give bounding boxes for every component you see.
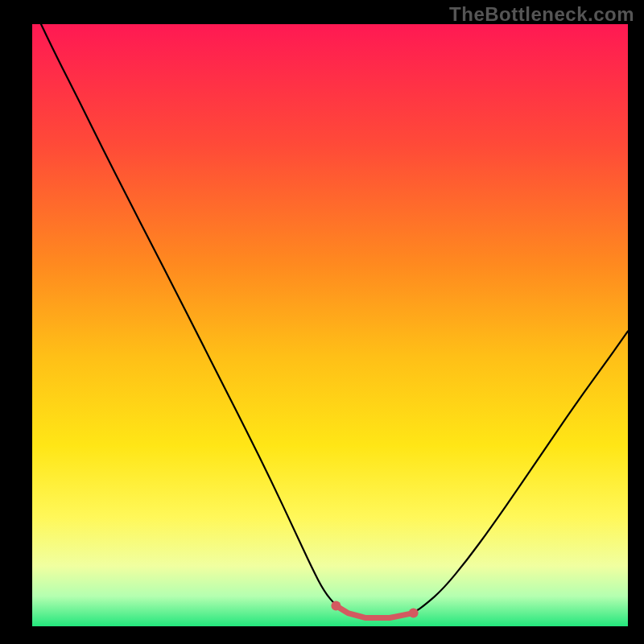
band-dot: [331, 601, 341, 611]
chart-svg: [0, 0, 644, 644]
chart-frame: TheBottleneck.com: [0, 0, 644, 644]
watermark-text: TheBottleneck.com: [449, 3, 634, 26]
band-dot: [409, 609, 419, 618]
plot-background: [32, 24, 628, 626]
